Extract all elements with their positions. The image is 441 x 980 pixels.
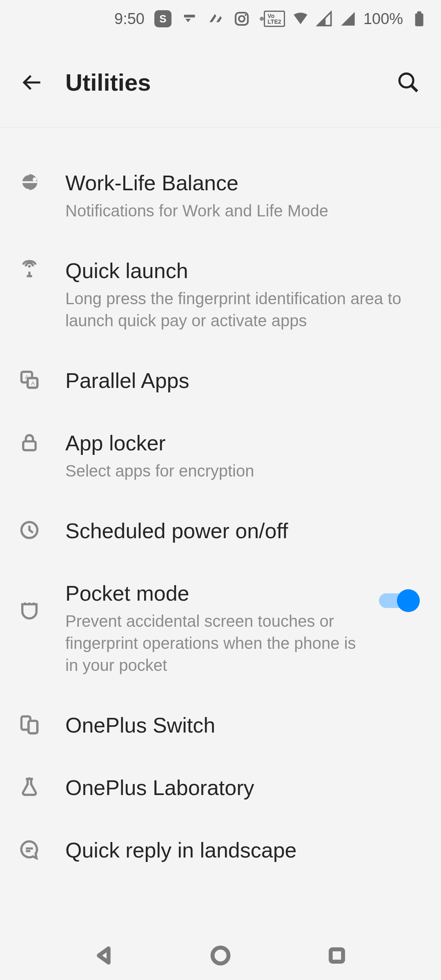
nav-back-icon: [94, 945, 115, 966]
svg-point-7: [33, 178, 37, 182]
skype-icon: S: [154, 10, 172, 27]
page-title: Utilities: [49, 69, 392, 96]
item-oneplus-switch[interactable]: OnePlus Switch: [0, 694, 441, 757]
battery-icon: [410, 11, 427, 27]
status-bar: 9:50 S VoLTE2 100%: [0, 0, 441, 38]
item-quick-reply[interactable]: Quick reply in landscape: [0, 819, 441, 882]
vpn-icon: [207, 11, 224, 27]
item-subtitle: Long press the fingerprint identificatio…: [65, 287, 418, 332]
status-right: VoLTE2 100%: [264, 10, 427, 28]
nav-home-button[interactable]: [208, 943, 233, 968]
lab-icon: [16, 775, 42, 797]
item-quick-launch[interactable]: Quick launch Long press the fingerprint …: [0, 240, 441, 350]
svg-text:A: A: [25, 374, 29, 380]
item-title: Scheduled power on/off: [65, 518, 418, 544]
item-title: Quick reply in landscape: [65, 837, 418, 864]
item-oneplus-laboratory[interactable]: OnePlus Laboratory: [0, 757, 441, 819]
settings-list: Work-Life Balance Notifications for Work…: [0, 127, 441, 882]
svg-rect-21: [331, 949, 343, 962]
svg-rect-14: [23, 441, 36, 450]
svg-point-19: [29, 777, 30, 779]
svg-point-2: [245, 14, 246, 16]
arrow-left-icon: [21, 71, 44, 94]
item-work-life-balance[interactable]: Work-Life Balance Notifications for Work…: [0, 152, 441, 240]
search-icon: [396, 71, 420, 94]
nav-recents-icon: [326, 945, 347, 966]
item-title: OnePlus Laboratory: [65, 775, 418, 801]
svg-rect-17: [29, 721, 38, 733]
item-subtitle: Select apps for encryption: [65, 460, 418, 482]
signal-1-icon: [316, 11, 332, 27]
item-title: Quick launch: [65, 258, 418, 284]
app-header: Utilities: [0, 38, 441, 127]
wifi-icon: [292, 11, 309, 27]
pocket-mode-toggle[interactable]: [379, 590, 418, 611]
pocket-icon: [16, 580, 42, 621]
svg-text:A: A: [31, 380, 35, 386]
item-title: Work-Life Balance: [65, 170, 418, 196]
lock-icon: [16, 430, 42, 453]
clock-icon: [16, 518, 42, 541]
parallel-apps-icon: AA: [16, 368, 42, 390]
nav-back-button[interactable]: [92, 943, 116, 968]
nav-recents-button[interactable]: [325, 943, 349, 968]
item-pocket-mode[interactable]: Pocket mode Prevent accidental screen to…: [0, 562, 441, 694]
nav-home-icon: [210, 945, 231, 966]
svg-rect-4: [417, 11, 421, 14]
status-time: 9:50: [114, 10, 145, 28]
svg-point-20: [213, 948, 229, 964]
item-scheduled-power[interactable]: Scheduled power on/off: [0, 500, 441, 562]
signal-2-icon: [340, 11, 356, 27]
chat-icon: [16, 837, 42, 860]
item-title: Pocket mode: [65, 580, 356, 607]
cast-icon: [181, 11, 198, 27]
item-parallel-apps[interactable]: AA Parallel Apps: [0, 350, 441, 412]
volte-icon: VoLTE2: [264, 11, 285, 27]
status-left: 9:50 S: [114, 10, 264, 28]
notification-dot-icon: [260, 17, 264, 21]
item-app-locker[interactable]: App locker Select apps for encryption: [0, 412, 441, 500]
search-button[interactable]: [392, 66, 425, 99]
item-title: App locker: [65, 430, 418, 457]
item-title: Parallel Apps: [65, 368, 418, 394]
back-button[interactable]: [16, 66, 49, 99]
fingerprint-tap-icon: [16, 258, 42, 281]
item-subtitle: Prevent accidental screen touches or fin…: [65, 610, 356, 676]
svg-rect-3: [415, 13, 423, 27]
instagram-icon: [234, 11, 250, 27]
battery-percent: 100%: [363, 10, 403, 28]
toggle-thumb: [397, 589, 420, 612]
item-title: OnePlus Switch: [65, 712, 418, 739]
system-nav-bar: [0, 931, 441, 980]
svg-point-1: [239, 16, 245, 22]
item-subtitle: Notifications for Work and Life Mode: [65, 200, 418, 222]
device-switch-icon: [16, 712, 42, 735]
globe-icon: [16, 170, 42, 193]
svg-point-8: [28, 265, 31, 268]
svg-point-5: [399, 74, 413, 87]
